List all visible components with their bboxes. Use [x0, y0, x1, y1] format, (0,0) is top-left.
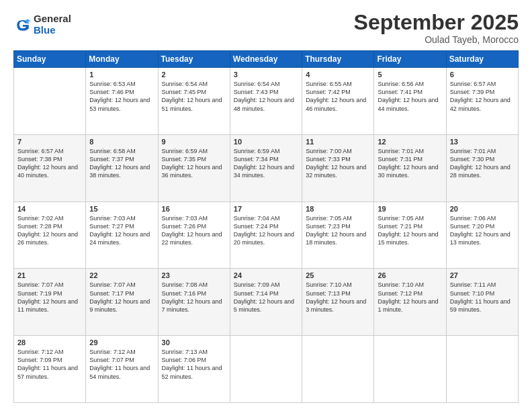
- day-info: Sunrise: 6:58 AMSunset: 7:37 PMDaylight:…: [89, 147, 154, 180]
- calendar-day-cell: 8Sunrise: 6:58 AMSunset: 7:37 PMDaylight…: [86, 134, 158, 201]
- day-number: 15: [89, 205, 154, 213]
- calendar-weekday: Thursday: [302, 51, 374, 68]
- day-info: Sunrise: 7:12 AMSunset: 7:07 PMDaylight:…: [89, 348, 154, 381]
- calendar-day-cell: 23Sunrise: 7:08 AMSunset: 7:16 PMDayligh…: [158, 269, 230, 336]
- calendar-day-cell: 2Sunrise: 6:54 AMSunset: 7:45 PMDaylight…: [158, 68, 230, 135]
- day-number: 28: [17, 338, 82, 347]
- day-number: 3: [234, 71, 298, 79]
- day-number: 8: [89, 138, 154, 146]
- calendar-day-cell: 13Sunrise: 7:01 AMSunset: 7:30 PMDayligh…: [446, 134, 518, 201]
- day-number: 7: [17, 138, 82, 146]
- calendar-weekday: Friday: [374, 51, 446, 68]
- day-number: 12: [378, 138, 442, 146]
- day-info: Sunrise: 7:12 AMSunset: 7:09 PMDaylight:…: [17, 348, 82, 381]
- day-number: 21: [17, 271, 82, 279]
- calendar-header-row: SundayMondayTuesdayWednesdayThursdayFrid…: [14, 51, 519, 68]
- header: General Blue September 2025 Oulad Tayeb,…: [13, 11, 519, 45]
- calendar-day-cell: 28Sunrise: 7:12 AMSunset: 7:09 PMDayligh…: [14, 336, 86, 403]
- day-info: Sunrise: 7:10 AMSunset: 7:13 PMDaylight:…: [306, 281, 370, 314]
- day-number: 26: [378, 271, 442, 279]
- day-number: 25: [306, 271, 370, 279]
- title-block: September 2025 Oulad Tayeb, Morocco: [354, 11, 519, 45]
- logo-icon: [13, 15, 32, 34]
- day-info: Sunrise: 7:10 AMSunset: 7:12 PMDaylight:…: [378, 281, 442, 314]
- day-info: Sunrise: 6:59 AMSunset: 7:35 PMDaylight:…: [162, 147, 226, 180]
- day-number: 2: [162, 71, 226, 79]
- day-number: 19: [378, 205, 442, 213]
- day-info: Sunrise: 6:55 AMSunset: 7:42 PMDaylight:…: [306, 80, 370, 113]
- day-info: Sunrise: 6:54 AMSunset: 7:43 PMDaylight:…: [234, 80, 298, 113]
- calendar-empty-cell: [446, 336, 518, 403]
- calendar-day-cell: 6Sunrise: 6:57 AMSunset: 7:39 PMDaylight…: [446, 68, 518, 135]
- day-info: Sunrise: 6:53 AMSunset: 7:46 PMDaylight:…: [89, 80, 154, 113]
- day-number: 20: [450, 205, 515, 213]
- calendar-weekday: Sunday: [14, 51, 86, 68]
- calendar-day-cell: 22Sunrise: 7:07 AMSunset: 7:17 PMDayligh…: [86, 269, 158, 336]
- day-number: 4: [306, 71, 370, 79]
- calendar-day-cell: 3Sunrise: 6:54 AMSunset: 7:43 PMDaylight…: [230, 68, 302, 135]
- calendar-day-cell: 30Sunrise: 7:13 AMSunset: 7:06 PMDayligh…: [158, 336, 230, 403]
- calendar-weekday: Saturday: [446, 51, 518, 68]
- day-info: Sunrise: 7:00 AMSunset: 7:33 PMDaylight:…: [306, 147, 370, 180]
- day-info: Sunrise: 6:56 AMSunset: 7:41 PMDaylight:…: [378, 80, 442, 113]
- day-number: 13: [450, 138, 515, 146]
- calendar-week-row: 7Sunrise: 6:57 AMSunset: 7:38 PMDaylight…: [14, 134, 519, 201]
- calendar-weekday: Monday: [86, 51, 158, 68]
- calendar-day-cell: 15Sunrise: 7:03 AMSunset: 7:27 PMDayligh…: [86, 201, 158, 269]
- calendar-weekday: Tuesday: [158, 51, 230, 68]
- day-info: Sunrise: 7:07 AMSunset: 7:17 PMDaylight:…: [89, 281, 154, 314]
- calendar-day-cell: 19Sunrise: 7:05 AMSunset: 7:21 PMDayligh…: [374, 201, 446, 269]
- location: Oulad Tayeb, Morocco: [354, 34, 519, 45]
- day-info: Sunrise: 6:59 AMSunset: 7:34 PMDaylight:…: [234, 147, 298, 180]
- calendar-day-cell: 11Sunrise: 7:00 AMSunset: 7:33 PMDayligh…: [302, 134, 374, 201]
- calendar-weekday: Wednesday: [230, 51, 302, 68]
- calendar-day-cell: 9Sunrise: 6:59 AMSunset: 7:35 PMDaylight…: [158, 134, 230, 201]
- day-info: Sunrise: 7:13 AMSunset: 7:06 PMDaylight:…: [162, 348, 226, 381]
- day-info: Sunrise: 7:01 AMSunset: 7:30 PMDaylight:…: [450, 147, 515, 180]
- calendar-day-cell: 1Sunrise: 6:53 AMSunset: 7:46 PMDaylight…: [86, 68, 158, 135]
- calendar-day-cell: 17Sunrise: 7:04 AMSunset: 7:24 PMDayligh…: [230, 201, 302, 269]
- calendar-empty-cell: [374, 336, 446, 403]
- day-number: 22: [89, 271, 154, 279]
- day-number: 24: [234, 271, 298, 279]
- calendar-day-cell: 26Sunrise: 7:10 AMSunset: 7:12 PMDayligh…: [374, 269, 446, 336]
- calendar-day-cell: 25Sunrise: 7:10 AMSunset: 7:13 PMDayligh…: [302, 269, 374, 336]
- day-number: 5: [378, 71, 442, 79]
- day-number: 23: [162, 271, 226, 279]
- calendar-day-cell: 7Sunrise: 6:57 AMSunset: 7:38 PMDaylight…: [14, 134, 86, 201]
- calendar-day-cell: 14Sunrise: 7:02 AMSunset: 7:28 PMDayligh…: [14, 201, 86, 269]
- day-info: Sunrise: 7:01 AMSunset: 7:31 PMDaylight:…: [378, 147, 442, 180]
- calendar-week-row: 21Sunrise: 7:07 AMSunset: 7:19 PMDayligh…: [14, 269, 519, 336]
- day-info: Sunrise: 6:54 AMSunset: 7:45 PMDaylight:…: [162, 80, 226, 113]
- day-number: 18: [306, 205, 370, 213]
- calendar-day-cell: 12Sunrise: 7:01 AMSunset: 7:31 PMDayligh…: [374, 134, 446, 201]
- day-number: 29: [89, 338, 154, 347]
- calendar-day-cell: 20Sunrise: 7:06 AMSunset: 7:20 PMDayligh…: [446, 201, 518, 269]
- day-info: Sunrise: 7:07 AMSunset: 7:19 PMDaylight:…: [17, 281, 82, 314]
- day-info: Sunrise: 7:02 AMSunset: 7:28 PMDaylight:…: [17, 214, 82, 247]
- day-number: 6: [450, 71, 515, 79]
- calendar-day-cell: 4Sunrise: 6:55 AMSunset: 7:42 PMDaylight…: [302, 68, 374, 135]
- day-number: 27: [450, 271, 515, 279]
- day-number: 30: [162, 338, 226, 347]
- month-title: September 2025: [354, 11, 519, 34]
- calendar-day-cell: 10Sunrise: 6:59 AMSunset: 7:34 PMDayligh…: [230, 134, 302, 201]
- calendar-day-cell: 16Sunrise: 7:03 AMSunset: 7:26 PMDayligh…: [158, 201, 230, 269]
- day-number: 17: [234, 205, 298, 213]
- calendar-week-row: 28Sunrise: 7:12 AMSunset: 7:09 PMDayligh…: [14, 336, 519, 403]
- day-info: Sunrise: 7:04 AMSunset: 7:24 PMDaylight:…: [234, 214, 298, 247]
- logo-blue: Blue: [34, 25, 71, 36]
- calendar-day-cell: 29Sunrise: 7:12 AMSunset: 7:07 PMDayligh…: [86, 336, 158, 403]
- day-number: 10: [234, 138, 298, 146]
- calendar-empty-cell: [14, 68, 86, 135]
- day-info: Sunrise: 6:57 AMSunset: 7:39 PMDaylight:…: [450, 80, 515, 113]
- calendar-day-cell: 5Sunrise: 6:56 AMSunset: 7:41 PMDaylight…: [374, 68, 446, 135]
- calendar-table: SundayMondayTuesdayWednesdayThursdayFrid…: [13, 50, 519, 403]
- calendar-day-cell: 21Sunrise: 7:07 AMSunset: 7:19 PMDayligh…: [14, 269, 86, 336]
- logo-text: General Blue: [34, 13, 71, 36]
- day-number: 14: [17, 205, 82, 213]
- day-info: Sunrise: 6:57 AMSunset: 7:38 PMDaylight:…: [17, 147, 82, 180]
- day-number: 1: [89, 71, 154, 79]
- calendar-empty-cell: [302, 336, 374, 403]
- day-info: Sunrise: 7:06 AMSunset: 7:20 PMDaylight:…: [450, 214, 515, 247]
